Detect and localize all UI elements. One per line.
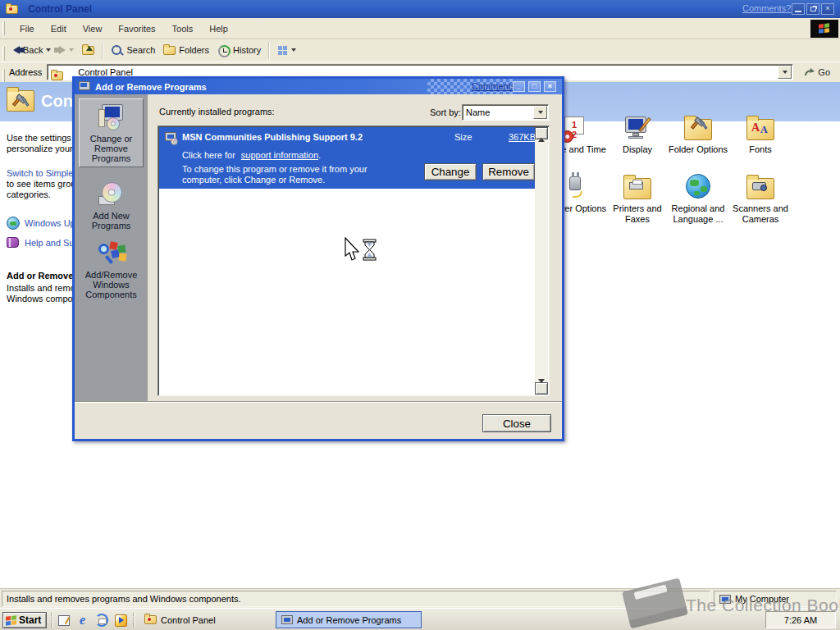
switch-text-line3: categories.	[7, 189, 51, 199]
control-panel-header-icon	[7, 90, 34, 112]
toolbar-separator	[102, 42, 103, 59]
back-arrow-icon	[13, 46, 20, 54]
go-label: Go	[818, 67, 830, 77]
control-panel-folder-icon	[6, 5, 18, 14]
scroll-down-icon	[538, 379, 545, 393]
sidebar-add-new-programs[interactable]: Add New Programs	[79, 176, 144, 231]
search-button[interactable]: Search	[107, 42, 159, 59]
icon-label: Scanners and Cameras	[726, 203, 795, 225]
address-label: Address	[9, 67, 42, 77]
display-icon	[623, 115, 651, 141]
program-size-value[interactable]: 367KB	[509, 132, 536, 142]
folder-options-icon	[684, 115, 712, 141]
sort-by-value: Name	[466, 107, 490, 117]
sort-dropdown-button[interactable]	[533, 106, 547, 119]
change-button[interactable]: Change	[424, 163, 477, 180]
icon-folder-options[interactable]: Folder Options	[664, 115, 733, 155]
status-text-panel: Installs and removes programs and Window…	[2, 591, 710, 607]
go-button[interactable]: Go	[800, 66, 834, 79]
icon-display[interactable]: Display	[603, 115, 672, 155]
status-text: Installs and removes programs and Window…	[7, 594, 241, 604]
dialog-titlebar[interactable]: Add or Remove Programs Comments? _ □ ×	[75, 79, 562, 94]
camera-icon	[746, 174, 774, 200]
scroll-up-button[interactable]	[535, 127, 548, 139]
up-arrow-glyph	[86, 46, 93, 51]
program-entry-msn[interactable]: MSN Communities Publishing Support 9.2 S…	[159, 127, 536, 189]
address-dropdown-button[interactable]	[778, 66, 792, 79]
icon-regional-language[interactable]: Regional and Language ...	[664, 174, 733, 225]
close-button[interactable]: ×	[821, 3, 834, 15]
menu-tools[interactable]: Tools	[164, 24, 202, 34]
list-scrollbar[interactable]	[535, 127, 548, 395]
icon-fonts[interactable]: A A Fonts	[726, 115, 795, 155]
add-remove-programs-dialog: Add or Remove Programs Comments? _ □ × C…	[72, 76, 564, 441]
history-icon	[217, 44, 230, 57]
icon-label: Display	[603, 144, 672, 155]
remove-button[interactable]: Remove	[482, 163, 535, 180]
menu-favorites[interactable]: Favorites	[110, 24, 163, 34]
scroll-up-icon	[538, 128, 545, 142]
search-label: Search	[126, 45, 155, 55]
window-titlebar[interactable]: Control Panel Comments? ×	[0, 0, 840, 18]
media-player-button[interactable]	[114, 614, 128, 627]
menu-edit[interactable]: Edit	[43, 24, 75, 34]
history-button[interactable]: History	[213, 42, 265, 59]
search-icon	[111, 44, 123, 57]
menu-view[interactable]: View	[75, 24, 111, 34]
dialog-close-button[interactable]: ×	[544, 81, 556, 92]
back-button[interactable]: Back	[9, 43, 55, 57]
comments-link[interactable]: Comments?	[742, 3, 791, 13]
sidebar-item-label: Add/Remove Windows Components	[85, 270, 138, 299]
dialog-minimize-button[interactable]: _	[513, 81, 525, 92]
dialog-separator	[75, 401, 562, 403]
sidebar-change-remove-programs[interactable]: Change or Remove Programs	[79, 98, 144, 167]
dialog-body: Change or Remove Programs Add New Progra…	[75, 94, 562, 439]
folders-button[interactable]: Folders	[159, 43, 213, 57]
scroll-down-button[interactable]	[535, 382, 548, 395]
menu-help[interactable]: Help	[201, 24, 236, 34]
windows-flag-icon	[819, 23, 829, 33]
views-dropdown-icon	[291, 48, 296, 52]
forward-button[interactable]	[55, 43, 78, 57]
addressbar-grip[interactable]	[2, 69, 5, 83]
add-new-programs-icon	[97, 181, 126, 209]
restore-button[interactable]	[806, 3, 819, 15]
go-arrow-icon	[804, 67, 815, 77]
forward-dropdown-icon	[69, 48, 74, 52]
toolbar-grip[interactable]	[2, 47, 5, 61]
taskbar-add-remove-programs-button[interactable]: Add or Remove Programs	[276, 611, 422, 628]
outlook-express-button[interactable]	[94, 614, 108, 627]
program-disc-icon	[171, 138, 178, 145]
support-information-link[interactable]: support information	[241, 150, 318, 160]
internet-explorer-icon: e	[80, 613, 85, 628]
sidebar-add-remove-windows-components[interactable]: Add/Remove Windows Components	[79, 235, 144, 299]
menu-file[interactable]: File	[11, 24, 43, 34]
support-pre-text: Click here for	[182, 150, 235, 160]
internet-explorer-button[interactable]: e	[75, 614, 89, 627]
views-icon	[277, 45, 288, 56]
history-label: History	[233, 45, 261, 55]
start-button[interactable]: Start	[2, 612, 47, 628]
control-panel-task-icon	[144, 615, 157, 624]
icon-printers-faxes[interactable]: Printers and Faxes	[603, 174, 672, 225]
close-dialog-button[interactable]: Close	[482, 414, 551, 432]
views-button[interactable]	[273, 43, 300, 58]
menu-items: File Edit View Favorites Tools Help	[11, 18, 236, 39]
dialog-maximize-button[interactable]: □	[528, 81, 541, 92]
dialog-icon	[79, 81, 90, 92]
menubar-grip[interactable]	[2, 21, 5, 35]
taskbar-control-panel-button[interactable]: Control Panel	[139, 611, 269, 628]
up-folder-icon	[82, 46, 94, 55]
minimize-button[interactable]	[792, 3, 805, 15]
sort-by-combobox[interactable]: Name	[462, 104, 549, 121]
quicklaunch-separator	[51, 613, 53, 628]
back-dropdown-icon[interactable]	[46, 48, 51, 52]
up-button[interactable]	[78, 43, 98, 57]
start-flag-icon	[6, 615, 16, 625]
icon-scanners-cameras[interactable]: Scanners and Cameras	[726, 174, 795, 225]
address-folder-icon	[51, 71, 63, 80]
icon-label: Printers and Faxes	[603, 203, 672, 225]
show-desktop-button[interactable]	[57, 614, 71, 627]
add-remove-task-icon	[281, 615, 293, 624]
sidebar-item-label: Add New Programs	[92, 211, 131, 231]
